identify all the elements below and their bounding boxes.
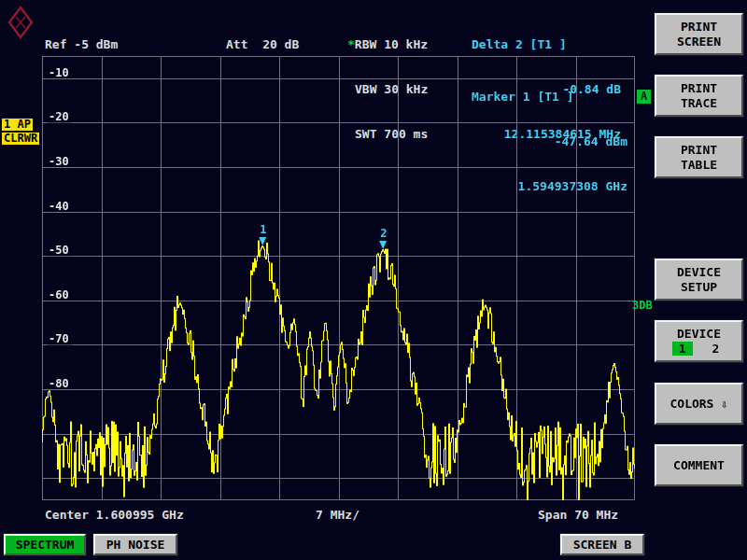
tab-screen-b[interactable]: SCREEN B <box>560 534 644 555</box>
marker-level-value: -47.64 dBm <box>472 134 627 149</box>
screen-a-badge: A <box>637 90 651 104</box>
marker-readout: Marker 1 [T1 ] -47.64 dBm 1.594937308 GH… <box>472 60 627 224</box>
attenuation-readout: Att 20 dB <box>226 37 299 52</box>
tab-spectrum[interactable]: SPECTRUM <box>4 534 86 555</box>
softkey-print-trace[interactable]: PRINT TRACE <box>655 75 743 117</box>
rbw-readout: RBW 10 kHz <box>355 37 428 51</box>
span-readout: Span 70 MHz <box>538 508 618 523</box>
softkey-label-line: PRINT <box>656 81 741 95</box>
softkey-label-line: PRINT <box>656 20 741 34</box>
marker-title: Marker 1 [T1 ] <box>472 90 627 105</box>
device-2-option[interactable]: 2 <box>706 342 726 356</box>
softkey-label-line: COMMENT <box>656 458 741 472</box>
trace-number-mode: 1 AP <box>2 119 33 131</box>
softkey-label-line: SETUP <box>656 280 741 294</box>
softkey-colors[interactable]: COLORS ⇩ <box>655 383 743 425</box>
uncal-star-icon: * <box>347 37 355 51</box>
softkey-label-line: DEVICE <box>656 265 741 279</box>
tab-ph-noise[interactable]: PH NOISE <box>93 534 177 555</box>
spectrum-analyzer-screen: Ref -5 dBm Att 20 dB *RBW 10 kHz VBW 30 … <box>0 0 747 560</box>
softkey-label-line: TABLE <box>656 158 741 172</box>
softkey-print-table[interactable]: PRINT TABLE <box>655 136 743 178</box>
per-division-readout: 7 MHz/ <box>316 508 359 523</box>
softkey-print-screen[interactable]: PRINT SCREEN <box>655 13 743 55</box>
softkey-label-line: DEVICE <box>656 327 741 341</box>
colors-label: COLORS <box>669 397 713 411</box>
ref-level-readout: Ref -5 dBm <box>45 37 118 52</box>
softkey-device-select[interactable]: DEVICE 1 2 <box>655 320 743 362</box>
trace-mode-badge: 1 AP CLRWR <box>2 119 39 147</box>
rs-logo <box>7 6 34 39</box>
softkey-label-line: COLORS ⇩ <box>656 397 741 412</box>
center-frequency-readout: Center 1.600995 GHz <box>45 508 184 523</box>
device-options-row: 1 2 <box>656 342 741 356</box>
softkey-label-line: TRACE <box>656 96 741 110</box>
rbw-line: *RBW 10 kHz <box>347 37 428 52</box>
marker-freq-value: 1.594937308 GHz <box>472 179 627 194</box>
down-arrow-icon: ⇩ <box>721 398 727 411</box>
enhancement-3db-badge: 3DB <box>632 299 653 312</box>
softkey-label-line: PRINT <box>656 143 741 157</box>
delta-title: Delta 2 [T1 ] <box>472 37 621 52</box>
softkey-device-setup[interactable]: DEVICE SETUP <box>655 259 743 301</box>
softkey-comment[interactable]: COMMENT <box>655 444 743 486</box>
softkey-label-line: SCREEN <box>656 35 741 49</box>
trace-detector-mode: CLRWR <box>2 133 39 145</box>
device-1-option[interactable]: 1 <box>672 342 693 356</box>
